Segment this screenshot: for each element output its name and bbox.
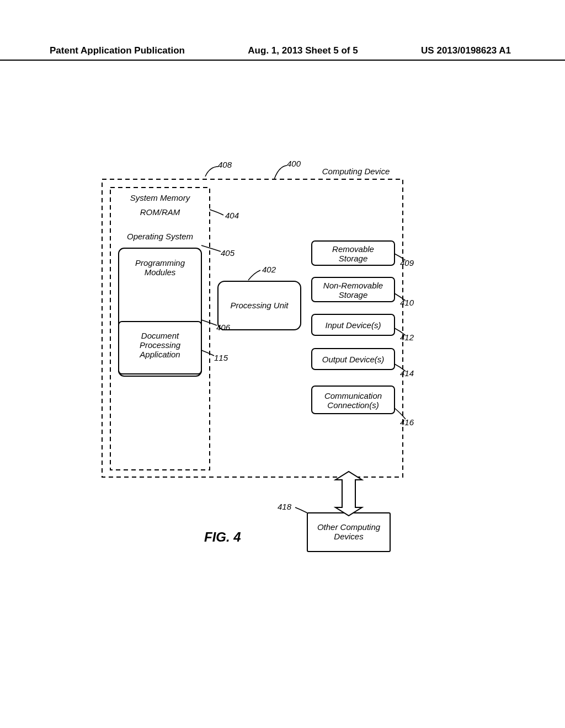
label-other-computing-devices: Other Computing Devices bbox=[307, 522, 390, 541]
ref-410: 410 bbox=[400, 298, 414, 307]
svg-rect-1 bbox=[110, 188, 210, 470]
ref-400: 400 bbox=[287, 159, 301, 168]
ref-405: 405 bbox=[221, 248, 234, 258]
label-non-removable-storage: Non-Removable Storage bbox=[312, 281, 395, 299]
ref-115: 115 bbox=[214, 353, 228, 362]
ref-402: 402 bbox=[262, 265, 276, 274]
figure-diagram bbox=[0, 0, 565, 728]
label-doc-processing-app: Document Processing Application bbox=[119, 331, 201, 359]
ref-414: 414 bbox=[400, 368, 414, 378]
label-rom-ram: ROM/RAM bbox=[119, 207, 201, 217]
ref-418: 418 bbox=[278, 502, 291, 511]
ref-412: 412 bbox=[400, 333, 414, 342]
figure-caption: FIG. 4 bbox=[204, 529, 241, 545]
label-communication-connections: Communication Connection(s) bbox=[312, 391, 395, 410]
label-input-devices: Input Device(s) bbox=[312, 320, 395, 330]
ref-408: 408 bbox=[218, 160, 232, 169]
label-system-memory: System Memory bbox=[119, 193, 201, 202]
label-programming-modules: Programming Modules bbox=[119, 258, 201, 277]
ref-406: 406 bbox=[216, 323, 230, 332]
ref-416: 416 bbox=[400, 417, 414, 427]
ref-409: 409 bbox=[400, 258, 414, 267]
ref-404: 404 bbox=[225, 211, 239, 220]
label-processing-unit: Processing Unit bbox=[218, 301, 301, 310]
label-removable-storage: Removable Storage bbox=[312, 244, 395, 263]
label-operating-system: Operating System bbox=[119, 232, 201, 241]
label-computing-device: Computing Device bbox=[312, 167, 400, 176]
label-output-devices: Output Device(s) bbox=[312, 355, 395, 364]
